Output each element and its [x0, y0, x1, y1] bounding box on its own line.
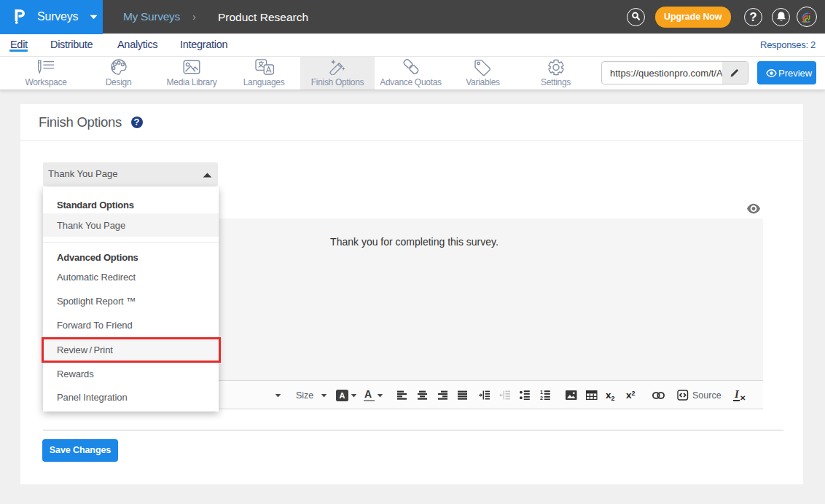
svg-text:2: 2	[540, 395, 543, 400]
